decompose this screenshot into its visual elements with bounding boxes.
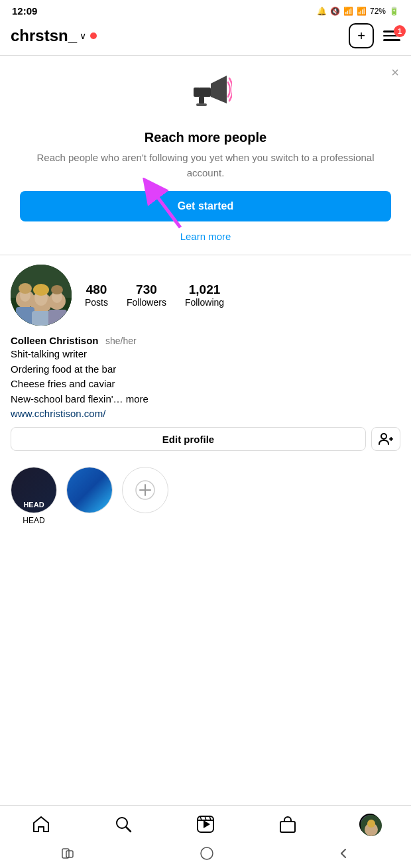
highlight-circle: HEAD xyxy=(11,467,57,513)
svg-rect-40 xyxy=(66,851,73,857)
home-icon xyxy=(32,815,50,834)
svg-point-17 xyxy=(51,285,63,294)
battery-label: 72% xyxy=(370,7,386,16)
svg-rect-3 xyxy=(199,97,204,103)
svg-rect-4 xyxy=(196,103,207,106)
search-icon xyxy=(114,815,133,834)
svg-line-28 xyxy=(126,827,131,832)
profile-action-buttons: Edit profile xyxy=(11,427,400,451)
status-icons: 🔔 🔇 📶 📶 72% 🔋 xyxy=(317,7,399,16)
close-button[interactable]: × xyxy=(391,65,399,80)
highlight-blue-image xyxy=(67,467,112,513)
get-started-button[interactable]: Get started xyxy=(20,191,391,221)
signal-icon: 📶 xyxy=(357,7,367,16)
plus-icon: + xyxy=(357,29,365,44)
profile-section: 480 Posts 730 Followers 1,021 Following … xyxy=(0,255,411,458)
add-person-button[interactable] xyxy=(371,427,400,451)
svg-point-21 xyxy=(381,434,386,439)
add-highlight-item[interactable] xyxy=(122,467,168,525)
svg-marker-1 xyxy=(211,76,227,103)
bottom-nav xyxy=(0,805,411,841)
magenta-arrow-icon xyxy=(141,178,194,231)
following-label: Following xyxy=(185,297,224,308)
bio-line-4: New-school bard flexin'… more xyxy=(11,392,400,407)
mute-icon: 🔇 xyxy=(330,7,340,16)
profile-name: Colleen Christison xyxy=(11,335,99,346)
promo-banner: × Reach more people Reach people who are… xyxy=(0,56,411,255)
reels-nav-button[interactable] xyxy=(189,812,222,836)
svg-rect-35 xyxy=(280,822,295,832)
followers-count: 730 xyxy=(136,282,157,297)
android-nav xyxy=(0,841,411,868)
stats-row: 480 Posts 730 Followers 1,021 Following xyxy=(85,282,400,308)
svg-rect-18 xyxy=(16,307,34,326)
highlight-item[interactable] xyxy=(66,467,113,525)
svg-point-38 xyxy=(367,820,375,828)
edit-profile-button[interactable]: Edit profile xyxy=(11,427,366,451)
wifi-icon: 📶 xyxy=(343,7,353,16)
svg-line-6 xyxy=(150,188,180,227)
profile-nav-thumbnail xyxy=(359,814,381,835)
home-nav-button[interactable] xyxy=(25,812,58,836)
menu-bar-3 xyxy=(383,39,400,41)
nav-actions: + 1 xyxy=(349,23,400,48)
promo-description: Reach people who aren't following you ye… xyxy=(20,151,391,180)
username-label[interactable]: chrstsn_ xyxy=(11,27,77,45)
profile-nav-button[interactable] xyxy=(353,812,386,836)
chevron-down-icon[interactable]: ∨ xyxy=(80,31,86,41)
followers-stat[interactable]: 730 Followers xyxy=(127,282,166,308)
reels-icon xyxy=(196,815,215,834)
posts-count: 480 xyxy=(86,282,107,297)
bio-section: Colleen Christison she/her Shit-talking … xyxy=(11,335,400,419)
posts-stat[interactable]: 480 Posts xyxy=(85,282,108,308)
following-stat[interactable]: 1,021 Following xyxy=(185,282,224,308)
highlight-item[interactable]: HEAD HEAD xyxy=(11,467,57,525)
bio-line-3: Cheese fries and caviar xyxy=(11,377,400,392)
svg-point-14 xyxy=(33,284,49,296)
add-highlight-circle xyxy=(122,467,168,513)
followers-label: Followers xyxy=(127,297,166,308)
promo-title: Reach more people xyxy=(20,130,391,145)
svg-rect-19 xyxy=(32,311,50,326)
megaphone-icon xyxy=(20,69,391,125)
bio-line-1: Shit-talking writer xyxy=(11,347,400,362)
top-nav: chrstsn_ ∨ + 1 xyxy=(0,19,411,55)
profile-pronouns: she/her xyxy=(105,336,137,346)
svg-rect-2 xyxy=(194,88,200,97)
live-indicator-dot xyxy=(90,32,97,39)
svg-rect-39 xyxy=(62,849,69,858)
notification-badge: 1 xyxy=(394,25,406,37)
status-time: 12:09 xyxy=(12,5,37,17)
battery-icon: 🔋 xyxy=(389,7,399,16)
highlight-head-image: HEAD xyxy=(11,467,56,513)
annotation-arrow-container: Learn more xyxy=(180,231,231,243)
highlight-label: HEAD xyxy=(23,516,44,525)
posts-label: Posts xyxy=(85,297,108,308)
status-bar: 12:09 🔔 🔇 📶 📶 72% 🔋 xyxy=(0,0,411,19)
search-nav-button[interactable] xyxy=(107,812,140,836)
profile-photo xyxy=(11,265,72,326)
avatar[interactable] xyxy=(11,265,72,326)
shop-nav-button[interactable] xyxy=(271,812,304,836)
svg-point-11 xyxy=(19,283,32,294)
learn-more-link[interactable]: Learn more xyxy=(180,231,231,242)
new-post-button[interactable]: + xyxy=(349,23,374,48)
menu-button[interactable]: 1 xyxy=(383,31,400,41)
bio-line-2: Ordering food at the bar xyxy=(11,362,400,377)
profile-website[interactable]: www.cchristison.com/ xyxy=(11,408,400,419)
svg-marker-30 xyxy=(204,820,210,828)
shop-icon xyxy=(278,815,297,834)
highlight-circle xyxy=(66,467,113,513)
svg-point-41 xyxy=(201,847,213,859)
alarm-icon: 🔔 xyxy=(317,7,327,16)
svg-rect-0 xyxy=(199,88,211,97)
profile-header: 480 Posts 730 Followers 1,021 Following xyxy=(11,265,400,326)
android-recent-button[interactable] xyxy=(62,848,76,862)
svg-rect-20 xyxy=(48,310,67,326)
story-highlights: HEAD HEAD xyxy=(0,458,411,532)
android-home-button[interactable] xyxy=(200,847,213,863)
username-row: chrstsn_ ∨ xyxy=(11,27,97,45)
following-count: 1,021 xyxy=(189,282,221,297)
add-person-icon xyxy=(379,432,393,446)
android-back-button[interactable] xyxy=(337,847,349,863)
